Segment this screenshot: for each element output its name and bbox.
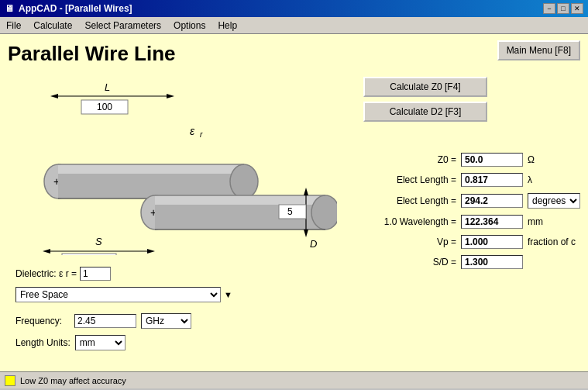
z0-row: Z0 = Ω [363,153,580,167]
status-text: Low Z0 may affect accuracy [20,376,126,385]
calc-z0-button[interactable]: Calculate Z0 [F4] [363,77,487,97]
main-menu-button[interactable]: Main Menu [F8] [497,40,580,60]
dielectric-type-row: Free Space ▼ [15,287,232,302]
z0-input[interactable] [461,153,523,167]
svg-rect-9 [58,164,244,174]
window-title: AppCAD - [Parallel Wires] [19,3,132,14]
sd-label: S/D = [363,257,456,267]
svg-point-10 [230,164,258,198]
status-icon [5,375,15,386]
svg-text:D: D [310,238,317,250]
svg-marker-2 [50,94,58,98]
menu-select-parameters[interactable]: Select Parameters [78,19,167,33]
svg-text:S: S [95,236,102,247]
svg-text:100: 100 [97,102,112,112]
status-bar: Low Z0 may affect accuracy [0,371,588,388]
menu-bar: File Calculate Select Parameters Options… [0,17,588,34]
elect-length1-unit: λ [528,174,532,185]
menu-help[interactable]: Help [211,19,243,33]
title-bar: 🖥 AppCAD - [Parallel Wires] − □ ✕ [0,0,588,17]
vp-label: Vp = [363,236,456,247]
wavelength-input[interactable] [461,215,523,229]
minimize-button[interactable]: − [543,3,555,14]
vp-unit: fraction of c [528,236,576,247]
elect-length1-row: Elect Length = λ [363,173,580,187]
svg-text:L: L [105,81,110,93]
menu-calculate[interactable]: Calculate [27,19,78,33]
app-icon: 🖥 [5,3,14,14]
elect-length2-row: Elect Length = degrees radians [363,193,580,209]
page-title: Parallel Wire Line [8,42,580,66]
elect-length2-input[interactable] [461,194,523,208]
wavelength-label: 1.0 Wavelength = [363,216,456,227]
wire-diagram: L ε r + + [12,77,337,255]
sd-row: S/D = [363,255,580,269]
svg-marker-25 [147,249,155,254]
length-units-select[interactable]: mm cm m in mil [75,335,126,350]
svg-marker-24 [43,249,50,254]
dielectric-value-input[interactable] [80,267,111,281]
svg-marker-30 [304,188,308,195]
svg-marker-3 [167,94,174,98]
sd-input[interactable] [461,255,523,269]
close-button[interactable]: ✕ [571,3,583,14]
frequency-unit-select[interactable]: GHz MHz kHz Hz [141,313,191,329]
z0-label: Z0 = [363,154,456,165]
svg-marker-31 [304,230,308,237]
svg-text:5: 5 [287,206,293,217]
menu-file[interactable]: File [0,19,27,33]
elect-length1-input[interactable] [461,173,523,187]
result-area: Z0 = Ω Elect Length = λ Elect Length = d… [363,153,580,269]
vp-row: Vp = fraction of c [363,235,580,249]
wavelength-row: 1.0 Wavelength = mm [363,215,580,229]
frequency-label: Frequency: [15,316,70,326]
dielectric-row: Dielectric: ε r = [15,267,232,281]
elect-length2-unit-select[interactable]: degrees radians [528,193,580,209]
svg-point-17 [311,195,337,230]
maximize-button[interactable]: □ [557,3,569,14]
wavelength-unit: mm [528,216,543,227]
calc-d2-button[interactable]: Calculate D2 [F3] [363,102,487,122]
dielectric-type-select[interactable]: Free Space [15,287,221,302]
frequency-row: Frequency: GHz MHz kHz Hz [15,313,232,329]
dielectric-dropdown-arrow: ▼ [224,290,232,299]
vp-input[interactable] [461,235,523,249]
title-bar-left: 🖥 AppCAD - [Parallel Wires] [5,3,132,14]
elect-length2-label: Elect Length = [363,195,456,206]
title-bar-buttons: − □ ✕ [543,3,583,14]
dielectric-label: Dielectric: ε r = [15,268,77,279]
elect-length1-label: Elect Length = [363,174,456,185]
length-units-row: Length Units: mm cm m in mil [15,335,232,350]
length-units-label: Length Units: [15,337,70,348]
right-panel: Calculate Z0 [F4] Calculate D2 [F3] Z0 =… [363,77,580,275]
wire-svg: L ε r + + [12,77,337,255]
frequency-input[interactable] [74,314,136,328]
controls-area: Dielectric: ε r = Free Space ▼ Frequency… [15,267,232,357]
svg-rect-16 [155,195,325,205]
menu-options[interactable]: Options [167,19,211,33]
z0-unit: Ω [528,154,535,165]
svg-text:ε: ε [190,125,195,137]
main-content: Main Menu [F8] Parallel Wire Line L ε r … [0,34,588,388]
svg-text:r: r [200,130,203,139]
